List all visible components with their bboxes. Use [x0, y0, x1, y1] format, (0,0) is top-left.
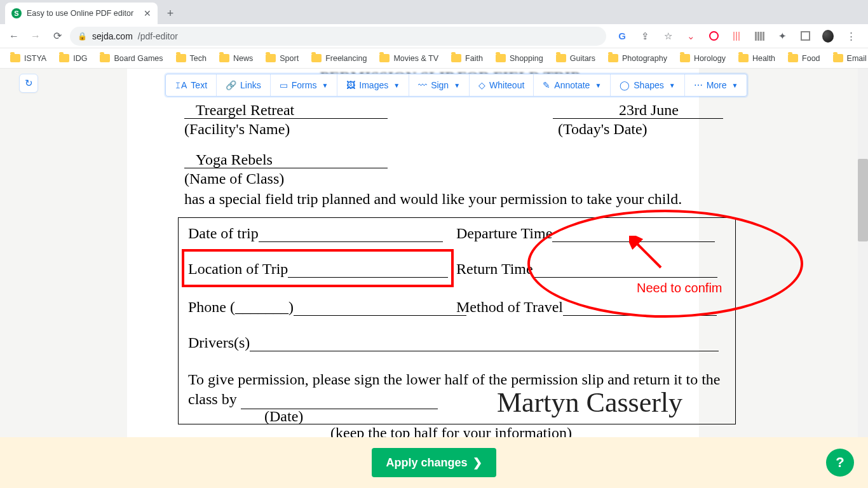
facility-name-value[interactable]: Treargel Retreat [196, 102, 294, 119]
nav-forward-button[interactable]: → [27, 27, 44, 45]
sidepanel-icon[interactable] [799, 30, 811, 42]
bookmarks-bar: ISTYA IDG Board Games Tech News Sport Fr… [0, 48, 868, 69]
profile-avatar[interactable] [822, 30, 834, 42]
text-icon: 𝙸A [175, 80, 187, 91]
tool-links[interactable]: 🔗Links [217, 74, 271, 96]
folder-icon [100, 54, 110, 62]
omnibox[interactable]: 🔒 sejda.com/pdf-editor [70, 27, 606, 46]
bookmark-folder[interactable]: Freelancing [306, 51, 372, 65]
new-tab-button[interactable]: + [161, 4, 179, 22]
adblock-icon[interactable] [708, 30, 719, 42]
bookmark-folder[interactable]: Board Games [95, 51, 168, 65]
page-rotate-button[interactable]: ↻ [19, 74, 38, 93]
sign-icon: 〰 [418, 80, 427, 90]
pocket-icon[interactable]: ⌄ [685, 30, 696, 42]
browser-tab[interactable]: S Easy to use Online PDF editor ✕ [5, 3, 158, 24]
folder-icon [219, 54, 229, 62]
folder-icon [266, 54, 276, 62]
extension-bars-icon[interactable] [731, 30, 742, 42]
tool-shapes[interactable]: ◯Shapes▼ [611, 74, 684, 96]
tool-sign[interactable]: 〰Sign▼ [409, 74, 470, 96]
folder-icon [10, 54, 20, 62]
caret-down-icon: ▼ [669, 82, 675, 89]
link-icon: 🔗 [226, 80, 236, 90]
nav-reload-button[interactable]: ⟳ [48, 27, 66, 45]
class-name-label: (Name of Class) [184, 170, 284, 187]
date-of-trip-field[interactable]: Date of trip [188, 225, 443, 242]
pen-icon: ✎ [543, 80, 550, 90]
bookmark-folder[interactable]: ISTYA [5, 51, 51, 65]
phone-field[interactable]: Phone (_______) [188, 299, 466, 316]
signature[interactable]: Martyn Casserly [497, 386, 682, 419]
bookmark-folder[interactable]: Tech [171, 51, 212, 65]
lock-icon: 🔒 [78, 32, 87, 41]
form-icon: ▭ [280, 80, 288, 90]
drivers-field[interactable]: Drivers(s) [188, 334, 719, 351]
shapes-icon: ◯ [620, 80, 630, 90]
bookmark-folder[interactable]: Movies & TV [374, 51, 444, 65]
tab-close-icon[interactable]: ✕ [144, 8, 151, 18]
eraser-icon: ◇ [478, 80, 485, 90]
tool-more[interactable]: ⋯More▼ [685, 74, 747, 96]
folder-icon [788, 54, 798, 62]
bookmark-folder[interactable]: Health [733, 51, 780, 65]
folder-icon [738, 54, 749, 62]
folder-icon [379, 54, 390, 62]
caret-down-icon: ▼ [322, 82, 328, 89]
url-path: /pdf-editor [138, 31, 178, 41]
bookmark-folder[interactable]: Food [783, 51, 825, 65]
folder-icon [311, 54, 322, 62]
tool-forms[interactable]: ▭Forms▼ [271, 74, 338, 96]
help-button[interactable]: ? [826, 449, 854, 477]
underline [184, 168, 388, 168]
folder-icon [833, 54, 843, 62]
bookmark-folder[interactable]: Horology [675, 51, 731, 65]
folder-icon [176, 54, 186, 62]
toolbar-icons: G ⇪ ☆ ⌄ ✦ ⋮ [610, 30, 863, 42]
annotation-arrow[interactable] [629, 236, 667, 274]
scrollbar-track[interactable] [858, 69, 868, 437]
more-icon: ⋯ [694, 80, 703, 90]
todays-date-value[interactable]: 23rd June [619, 102, 679, 119]
caret-down-icon: ▼ [595, 82, 601, 89]
bookmark-folder[interactable]: Guitars [551, 51, 600, 65]
svg-line-0 [634, 241, 661, 268]
bookmark-folder[interactable]: Email [828, 51, 868, 65]
apply-changes-button[interactable]: Apply changes❯ [372, 448, 496, 477]
folder-icon [496, 54, 506, 62]
bookmark-folder[interactable]: Shopping [491, 51, 548, 65]
folder-icon [59, 54, 69, 62]
annotation-rectangle[interactable] [182, 249, 454, 287]
bookmark-folder[interactable]: News [214, 51, 258, 65]
bookmark-folder[interactable]: Photography [603, 51, 672, 65]
chrome-menu-icon[interactable]: ⋮ [845, 30, 857, 42]
scrollbar-thumb[interactable] [858, 159, 868, 241]
body-text: has a special field trip planned and wou… [184, 191, 682, 208]
tool-images[interactable]: 🖼Images▼ [337, 74, 409, 96]
extensions-icon[interactable]: ✦ [776, 30, 788, 42]
tab-strip: S Easy to use Online PDF editor ✕ + [0, 0, 868, 24]
class-name-value[interactable]: Yoga Rebels [196, 151, 273, 168]
bookmark-folder[interactable]: IDG [54, 51, 92, 65]
bookmark-folder[interactable]: Sport [261, 51, 304, 65]
underline [184, 118, 388, 119]
tool-whiteout[interactable]: ◇Whiteout [470, 74, 534, 96]
annotation-text[interactable]: Need to confim [637, 281, 722, 295]
tool-text[interactable]: 𝙸AText [166, 74, 217, 96]
folder-icon [608, 54, 618, 62]
share-icon[interactable]: ⇪ [639, 30, 651, 42]
tab-title: Easy to use Online PDF editor [27, 9, 133, 18]
url-host: sejda.com [92, 31, 133, 41]
chevron-right-icon: ❯ [473, 456, 482, 470]
google-icon[interactable]: G [616, 30, 628, 42]
favicon-icon: S [11, 8, 22, 18]
tool-annotate[interactable]: ✎Annotate▼ [534, 74, 611, 96]
reader-icon[interactable] [754, 30, 765, 42]
caret-down-icon: ▼ [732, 82, 738, 89]
bookmark-star-icon[interactable]: ☆ [662, 30, 674, 42]
footer-bar: Apply changes❯ ? [0, 437, 868, 488]
bookmark-folder[interactable]: Faith [446, 51, 488, 65]
editor-toolbar: 𝙸AText 🔗Links ▭Forms▼ 🖼Images▼ 〰Sign▼ ◇W… [165, 74, 747, 97]
caret-down-icon: ▼ [393, 82, 400, 89]
nav-back-button[interactable]: ← [5, 27, 23, 45]
